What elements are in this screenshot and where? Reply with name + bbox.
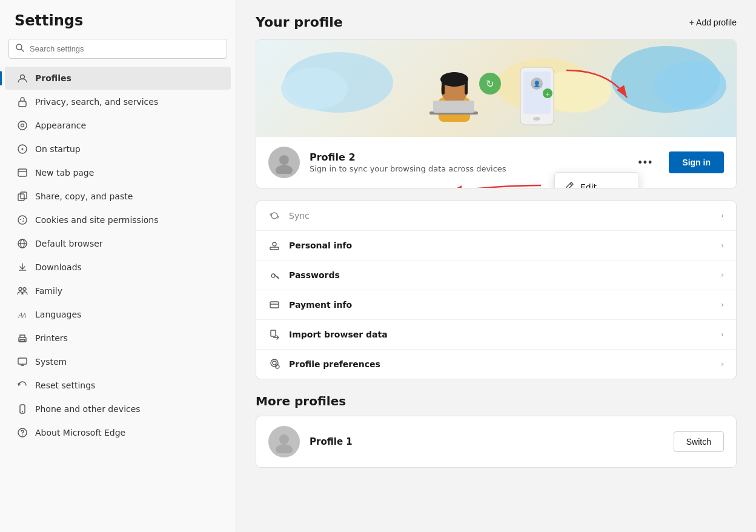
- sidebar-item-printers[interactable]: Printers: [5, 327, 231, 350]
- context-menu-edit[interactable]: Edit: [555, 175, 638, 188]
- three-dots-button[interactable]: •••: [632, 153, 659, 173]
- sidebar-item-reset[interactable]: Reset settings: [5, 374, 231, 397]
- chevron-icon: ›: [721, 330, 724, 339]
- sidebar-item-on-startup[interactable]: On startup: [5, 138, 231, 161]
- svg-rect-9: [18, 194, 24, 201]
- svg-text:👤: 👤: [533, 80, 541, 88]
- chevron-icon: ›: [721, 241, 724, 250]
- sidebar-label-on-startup: On startup: [35, 144, 81, 154]
- chevron-icon: ›: [721, 211, 724, 220]
- downloads-icon: [17, 262, 28, 273]
- more-profiles-title: More profiles: [256, 394, 737, 408]
- default-browser-icon: [17, 238, 28, 249]
- sidebar-item-privacy[interactable]: Privacy, search, and services: [5, 90, 231, 113]
- menu-item-payment-info[interactable]: Payment info ›: [256, 290, 736, 320]
- share-copy-icon: [17, 191, 28, 202]
- sidebar-item-system[interactable]: System: [5, 350, 231, 373]
- menu-item-sync[interactable]: Sync ›: [256, 201, 736, 231]
- svg-point-56: [273, 242, 276, 246]
- sidebar-item-downloads[interactable]: Downloads: [5, 256, 231, 279]
- switch-button[interactable]: Switch: [674, 431, 724, 452]
- sidebar-item-about[interactable]: About Microsoft Edge: [5, 421, 231, 444]
- sidebar-label-default-browser: Default browser: [35, 239, 103, 248]
- svg-point-11: [18, 216, 27, 224]
- main-content: Your profile + Add profile: [236, 0, 756, 532]
- profile-text: Profile 2 Sign in to sync your browsing …: [310, 151, 622, 173]
- svg-rect-39: [465, 79, 468, 95]
- privacy-icon: [17, 96, 28, 107]
- svg-rect-10: [21, 192, 27, 199]
- svg-point-13: [22, 221, 24, 222]
- sidebar-item-cookies[interactable]: Cookies and site permissions: [5, 208, 231, 231]
- svg-point-65: [276, 444, 293, 453]
- preferences-label: Profile preferences: [289, 359, 712, 369]
- svg-point-52: [279, 155, 289, 165]
- about-icon: [17, 427, 28, 438]
- svg-point-61: [273, 361, 276, 365]
- svg-point-14: [23, 218, 24, 219]
- search-input[interactable]: [30, 44, 220, 53]
- svg-text:↻: ↻: [486, 78, 494, 90]
- sign-in-button[interactable]: Sign in: [669, 151, 724, 173]
- sidebar-item-new-tab[interactable]: New tab page: [5, 161, 231, 184]
- passwords-icon: [268, 269, 280, 281]
- import-label: Import browser data: [289, 330, 712, 339]
- family-icon: [17, 285, 28, 296]
- cookies-icon: [17, 214, 28, 225]
- add-profile-button[interactable]: + Add profile: [689, 18, 737, 27]
- svg-point-58: [271, 274, 275, 278]
- sidebar-item-appearance[interactable]: Appearance: [5, 114, 231, 137]
- page-title: Your profile: [256, 15, 343, 30]
- sidebar-label-reset: Reset settings: [35, 381, 95, 390]
- sidebar-item-share-copy[interactable]: Share, copy, and paste: [5, 185, 231, 208]
- sidebar-item-family[interactable]: Family: [5, 279, 231, 302]
- sidebar-item-phone[interactable]: Phone and other devices: [5, 397, 231, 421]
- sidebar-label-phone: Phone and other devices: [35, 404, 141, 414]
- profile1-name: Profile 1: [310, 436, 664, 447]
- personal-info-icon: [268, 239, 280, 251]
- banner-illustration: ↻ 👤 +: [256, 40, 736, 137]
- sidebar-label-languages: Languages: [35, 310, 81, 319]
- import-icon: [268, 328, 280, 341]
- sidebar-label-appearance: Appearance: [35, 121, 86, 130]
- languages-icon: AA: [17, 309, 28, 320]
- sidebar-label-privacy: Privacy, search, and services: [35, 97, 158, 107]
- svg-rect-59: [270, 302, 279, 308]
- svg-point-7: [22, 148, 24, 150]
- new-tab-icon: [17, 167, 28, 178]
- preferences-icon: [268, 358, 280, 370]
- sidebar-item-default-browser[interactable]: Default browser: [5, 232, 231, 255]
- profile-card: ↻ 👤 +: [256, 39, 737, 188]
- menu-item-preferences[interactable]: Profile preferences ›: [256, 350, 736, 379]
- menu-item-import[interactable]: Import browser data ›: [256, 320, 736, 350]
- svg-text:A: A: [22, 312, 27, 319]
- svg-rect-22: [20, 339, 25, 342]
- sidebar-label-downloads: Downloads: [35, 262, 82, 272]
- svg-point-33: [654, 61, 726, 110]
- sidebar: Settings Profiles Privacy, search, and s…: [0, 0, 236, 532]
- profile-info-row: Profile 2 Sign in to sync your browsing …: [256, 137, 736, 188]
- svg-rect-57: [270, 247, 279, 250]
- svg-rect-41: [433, 101, 474, 113]
- sidebar-label-about: About Microsoft Edge: [35, 428, 125, 437]
- phone-icon: [17, 404, 28, 414]
- avatar: [268, 147, 300, 178]
- chevron-icon: ›: [721, 301, 724, 309]
- section-header: Your profile + Add profile: [256, 15, 737, 30]
- menu-item-passwords[interactable]: Passwords ›: [256, 261, 736, 290]
- sidebar-item-profiles[interactable]: Profiles: [5, 67, 231, 90]
- svg-point-18: [23, 288, 26, 291]
- sidebar-label-printers: Printers: [35, 333, 68, 343]
- svg-rect-60: [271, 330, 276, 336]
- profile1-card: Profile 1 Switch: [256, 416, 737, 468]
- svg-text:+: +: [545, 91, 550, 97]
- payment-info-label: Payment info: [289, 300, 712, 310]
- search-box[interactable]: [8, 39, 227, 59]
- svg-point-27: [22, 434, 23, 436]
- svg-point-17: [19, 288, 22, 291]
- edit-label: Edit: [580, 182, 597, 188]
- context-menu: Edit Remove: [554, 172, 639, 188]
- menu-list: Sync › Personal info › Passwords › Payme…: [256, 201, 737, 379]
- menu-item-personal-info[interactable]: Personal info ›: [256, 231, 736, 261]
- sidebar-item-languages[interactable]: AA Languages: [5, 303, 231, 326]
